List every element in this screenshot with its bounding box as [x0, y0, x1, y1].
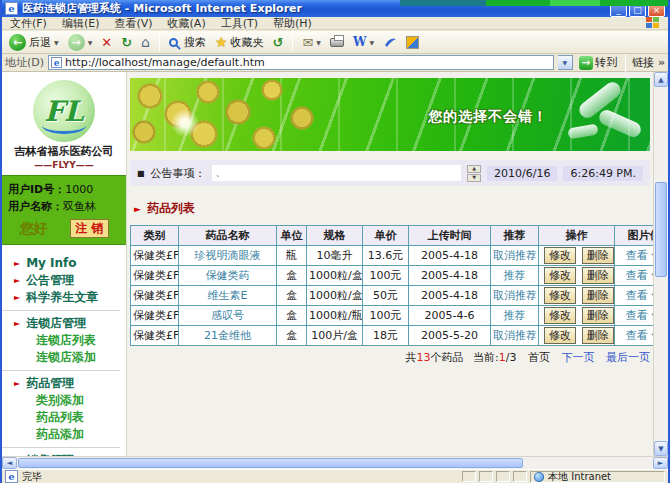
view-image-link[interactable]: 查看	[626, 249, 648, 262]
sidebar-item-store-add[interactable]: 连锁店添加	[14, 351, 126, 364]
stop-button[interactable]: ✕	[99, 35, 114, 50]
back-dropdown-icon[interactable]: ▼	[54, 39, 59, 46]
sidebar-item-category-add[interactable]: 类别添加	[14, 394, 126, 407]
edit-image-link[interactable]: 修改	[651, 329, 653, 342]
sidebar-item-health-articles[interactable]: ►科学养生文章	[14, 291, 126, 304]
status-bar: e 完毕 本地 Intranet	[2, 469, 668, 483]
edit-image-link[interactable]: 修改	[651, 289, 653, 302]
table-row: 保健类£FF 21金维他 盒 100片/盒 18元 2005-5-20 取消推荐…	[131, 326, 654, 346]
delete-button[interactable]: 删除	[582, 267, 614, 284]
view-image-link[interactable]: 查看	[626, 289, 648, 302]
edit-button[interactable]: 修改	[544, 307, 576, 324]
first-page-link[interactable]: 首页	[528, 351, 550, 364]
logout-button[interactable]: 注 销	[70, 219, 108, 238]
view-image-link[interactable]: 查看	[626, 329, 648, 342]
cell-price: 50元	[363, 286, 409, 306]
address-input[interactable]: e http://localhost/manage/default.htm	[48, 55, 554, 70]
view-image-link[interactable]: 查看	[626, 269, 648, 282]
back-button[interactable]: ← 后退 ▼	[7, 34, 61, 51]
table-row: 保健类£FF 珍视明滴眼液 瓶 10毫升 13.6元 2005-4-18 取消推…	[131, 246, 654, 266]
menu-favorites[interactable]: 收藏(A)	[168, 16, 206, 31]
menu-view[interactable]: 查看(V)	[114, 16, 152, 31]
drug-name-link[interactable]: 感叹号	[211, 309, 244, 322]
favorites-star-icon: ★	[215, 34, 228, 50]
vertical-scrollbar[interactable]: ▲ ▼	[653, 72, 668, 456]
recommend-link[interactable]: 推荐	[504, 269, 526, 282]
refresh-button[interactable]: ↻	[119, 35, 134, 50]
recommend-link[interactable]: 取消推荐	[493, 249, 537, 262]
recommend-link[interactable]: 取消推荐	[493, 289, 537, 302]
links-chevron-icon[interactable]: »	[658, 56, 665, 69]
cell-category: 保健类£FF	[131, 306, 179, 326]
status-panel	[496, 471, 510, 482]
delete-button[interactable]: 删除	[582, 327, 614, 344]
edit-image-link[interactable]: 修改	[651, 269, 653, 282]
spinner-down-button[interactable]: ▼	[467, 174, 481, 182]
company-logo: FL	[33, 80, 95, 142]
cell-recommend: 取消推荐	[491, 246, 539, 266]
last-page-link[interactable]: 最后一页	[606, 351, 650, 364]
sidebar-item-drug-management[interactable]: ►药品管理	[14, 377, 126, 390]
next-page-link[interactable]: 下一页	[562, 351, 595, 364]
sidebar-item-announcements[interactable]: ►公告管理	[14, 274, 126, 287]
menu-edit[interactable]: 编辑(E)	[62, 16, 100, 31]
search-icon	[169, 38, 178, 47]
edit-button[interactable]: 修改	[544, 247, 576, 264]
media-button[interactable]	[404, 36, 421, 49]
status-page-icon: e	[5, 470, 18, 483]
forward-button[interactable]: → ▼	[66, 34, 95, 51]
banner-slogan: 您的选择不会错！	[428, 108, 548, 126]
horizontal-scroll-track[interactable]	[17, 457, 653, 469]
horizontal-scroll-thumb[interactable]	[18, 458, 523, 468]
edit-button[interactable]: 修改	[544, 287, 576, 304]
delete-button[interactable]: 删除	[582, 247, 614, 264]
search-button[interactable]: 搜索	[167, 35, 208, 50]
favorites-button[interactable]: ★ 收藏夹	[213, 34, 266, 50]
recommend-link[interactable]: 推荐	[504, 309, 526, 322]
go-button[interactable]: → 转到	[577, 55, 619, 70]
scroll-down-button[interactable]: ▼	[654, 441, 668, 456]
cell-recommend: 取消推荐	[491, 326, 539, 346]
greeting-text: 您好	[19, 220, 47, 238]
messenger-button[interactable]	[381, 35, 399, 49]
home-button[interactable]: ⌂	[139, 34, 152, 50]
scroll-right-button[interactable]: ►	[653, 457, 668, 469]
menu-tools[interactable]: 工具(T)	[221, 16, 258, 31]
cell-uploaded: 2005-5-20	[409, 326, 491, 346]
vertical-scroll-track[interactable]	[654, 87, 668, 441]
drug-name-link[interactable]: 维生素E	[208, 289, 248, 302]
drug-name-link[interactable]: 21金维他	[204, 329, 251, 342]
scroll-left-button[interactable]: ◄	[2, 457, 17, 469]
delete-button[interactable]: 删除	[582, 307, 614, 324]
cell-operation: 修改删除	[539, 286, 615, 306]
mail-button[interactable]: ✉ ▼	[300, 35, 323, 50]
cell-spec: 10毫升	[307, 246, 363, 266]
menu-divider	[2, 310, 120, 311]
edit-image-link[interactable]: 修改	[651, 309, 653, 322]
print-button[interactable]	[328, 38, 346, 47]
cell-category: 保健类£FF	[131, 286, 179, 306]
scroll-up-button[interactable]: ▲	[654, 72, 668, 87]
spinner-up-button[interactable]: ▲	[467, 165, 481, 173]
menu-help[interactable]: 帮助(H)	[273, 16, 312, 31]
horizontal-scrollbar[interactable]: ◄ ►	[2, 456, 668, 469]
sidebar-item-store-list[interactable]: 连锁店列表	[14, 334, 126, 347]
menu-file[interactable]: 文件(F)	[10, 16, 47, 31]
edit-image-link[interactable]: 修改	[651, 249, 653, 262]
edit-word-button[interactable]: W ▼	[351, 35, 376, 49]
sidebar-item-store-management[interactable]: ►连锁店管理	[14, 317, 126, 330]
address-dropdown-icon[interactable]: ▼	[558, 55, 573, 70]
edit-button[interactable]: 修改	[544, 267, 576, 284]
vertical-scroll-thumb[interactable]	[655, 182, 667, 277]
recommend-link[interactable]: 取消推荐	[493, 329, 537, 342]
drug-name-link[interactable]: 珍视明滴眼液	[195, 249, 261, 262]
sidebar-item-drug-add[interactable]: 药品添加	[14, 428, 126, 441]
delete-button[interactable]: 删除	[582, 287, 614, 304]
zone-text: 本地 Intranet	[548, 470, 611, 483]
view-image-link[interactable]: 查看	[626, 309, 648, 322]
sidebar-item-my-info[interactable]: ►My Info	[14, 257, 126, 270]
drug-name-link[interactable]: 保健类药	[206, 269, 250, 282]
history-button[interactable]: ↺	[271, 35, 286, 50]
sidebar-item-drug-list[interactable]: 药品列表	[14, 411, 126, 424]
edit-button[interactable]: 修改	[544, 327, 576, 344]
